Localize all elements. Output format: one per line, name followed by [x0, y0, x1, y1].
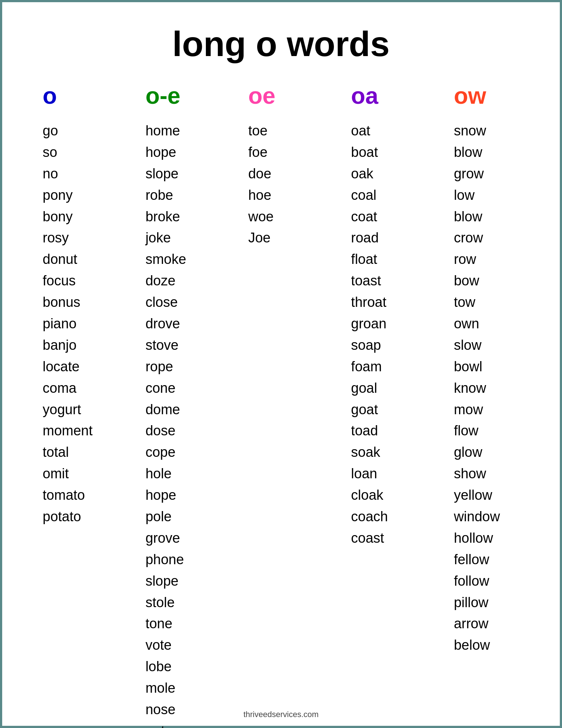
list-item: show [454, 463, 500, 484]
list-item: blow [454, 206, 500, 228]
list-item: road [351, 227, 388, 249]
list-item: potato [43, 506, 92, 527]
list-item: tow [454, 292, 500, 313]
list-item: coal [351, 185, 388, 206]
list-item: low [454, 185, 500, 206]
list-item: toe [248, 120, 274, 142]
list-item: toast [351, 270, 388, 292]
list-item: coat [351, 206, 388, 228]
list-item: own [454, 313, 500, 335]
list-item: drove [146, 313, 186, 335]
list-item: rope [146, 356, 186, 377]
list-item: woe [248, 206, 274, 228]
list-item: arrow [454, 613, 500, 634]
list-item: locate [43, 356, 92, 377]
list-item: hope [146, 484, 186, 506]
list-item: moment [43, 420, 92, 442]
list-item: crow [454, 227, 500, 249]
list-item: grow [454, 163, 500, 185]
list-item: yellow [454, 484, 500, 506]
list-item: slow [454, 335, 500, 356]
list-item: home [146, 120, 186, 142]
list-item: bowl [454, 356, 500, 377]
list-item: nose [146, 699, 186, 720]
list-item: donut [43, 249, 92, 270]
list-item: pillow [454, 592, 500, 613]
list-item: total [43, 442, 92, 463]
list-item: phone [146, 549, 186, 570]
list-item: lobe [146, 656, 186, 677]
list-item: goal [351, 377, 388, 399]
word-list-o-e: home hope slope robe broke joke smoke do… [146, 120, 186, 728]
column-oa: oa oat boat oak coal coat road float toa… [351, 82, 416, 549]
list-item: hoe [248, 185, 274, 206]
list-item: oat [351, 120, 388, 142]
list-item: smoke [146, 249, 186, 270]
list-item: fellow [454, 549, 500, 570]
list-item: flow [454, 420, 500, 442]
list-item: stove [146, 335, 186, 356]
list-item: loan [351, 463, 388, 484]
footer-text: thriveedservices.com [243, 710, 319, 719]
word-list-o: go so no pony bony rosy donut focus bonu… [43, 120, 92, 527]
list-item: cloak [351, 484, 388, 506]
list-item: throat [351, 292, 388, 313]
list-item: tomato [43, 484, 92, 506]
header-oe: oe [248, 82, 275, 109]
list-item: foam [351, 356, 388, 377]
list-item: soak [351, 442, 388, 463]
word-list-oe: toe foe doe hoe woe Joe [248, 120, 274, 249]
column-ow: ow snow blow grow low blow crow row bow … [454, 82, 519, 656]
list-item: slope [146, 163, 186, 185]
list-item: broke [146, 206, 186, 228]
list-item: dose [146, 420, 186, 442]
list-item: Joe [248, 227, 274, 249]
list-item: row [454, 249, 500, 270]
list-item: focus [43, 270, 92, 292]
list-item: cope [146, 442, 186, 463]
list-item: doe [248, 163, 274, 185]
column-oe: oe toe foe doe hoe woe Joe [248, 82, 314, 249]
list-item: stole [146, 592, 186, 613]
list-item: mow [454, 399, 500, 420]
list-item: glow [454, 442, 500, 463]
list-item: robe [146, 185, 186, 206]
list-item: pony [43, 185, 92, 206]
list-item: hollow [454, 527, 500, 549]
list-item: vote [146, 634, 186, 656]
list-item: bonus [43, 292, 92, 313]
page: long o words o go so no pony bony rosy d… [0, 0, 562, 728]
list-item: bony [43, 206, 92, 228]
list-item: goat [351, 399, 388, 420]
list-item: oak [351, 163, 388, 185]
list-item: foe [248, 142, 274, 163]
list-item: cone [146, 377, 186, 399]
list-item: coast [351, 527, 388, 549]
list-item: piano [43, 313, 92, 335]
list-item: hope [146, 142, 186, 163]
list-item: close [146, 292, 186, 313]
list-item: pole [146, 506, 186, 527]
list-item: yogurt [43, 399, 92, 420]
list-item: float [351, 249, 388, 270]
list-item: so [43, 142, 92, 163]
list-item: grove [146, 527, 186, 549]
list-item: slope [146, 570, 186, 592]
list-item: window [454, 506, 500, 527]
column-o-e: o-e home hope slope robe broke joke smok… [146, 82, 211, 728]
list-item: dome [146, 399, 186, 420]
list-item: rosy [43, 227, 92, 249]
column-o: o go so no pony bony rosy donut focus bo… [43, 82, 108, 527]
header-o: o [43, 82, 57, 109]
list-item: below [454, 634, 500, 656]
list-item: blow [454, 142, 500, 163]
header-ow: ow [454, 82, 486, 109]
word-list-ow: snow blow grow low blow crow row bow tow… [454, 120, 500, 656]
list-item: soap [351, 335, 388, 356]
list-item: no [43, 163, 92, 185]
list-item: know [454, 377, 500, 399]
list-item: follow [454, 570, 500, 592]
page-title: long o words [172, 24, 390, 64]
header-o-e: o-e [146, 82, 180, 109]
list-item: toad [351, 420, 388, 442]
